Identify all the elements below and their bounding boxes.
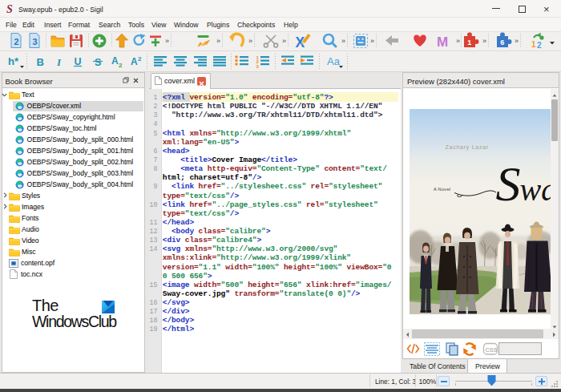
svg-text:CSS: CSS [486, 346, 498, 354]
svg-text:S: S [496, 156, 521, 211]
svg-text:A Novel: A Novel [434, 187, 450, 192]
svg-text:way: way [520, 172, 551, 208]
svg-text:Zachary Lazar: Zachary Lazar [446, 144, 490, 151]
